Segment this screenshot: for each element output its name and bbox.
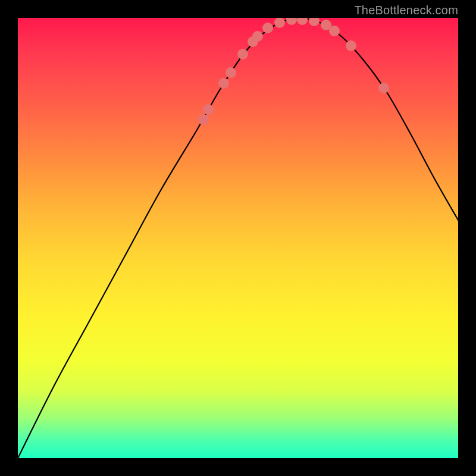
data-dot bbox=[346, 40, 356, 51]
data-dot bbox=[274, 18, 285, 28]
chart-frame: TheBottleneck.com bbox=[0, 0, 476, 476]
data-dots bbox=[198, 18, 389, 125]
data-dot bbox=[252, 31, 263, 42]
bottleneck-curve-svg bbox=[18, 18, 458, 458]
data-dot bbox=[218, 78, 229, 89]
data-dot bbox=[262, 23, 273, 33]
curve-group bbox=[18, 18, 458, 458]
data-dot bbox=[226, 67, 236, 78]
data-dot bbox=[286, 18, 297, 25]
bottleneck-curve bbox=[18, 18, 458, 458]
data-dot bbox=[309, 18, 320, 26]
data-dot bbox=[237, 49, 248, 60]
data-dot bbox=[378, 83, 389, 93]
watermark-text: TheBottleneck.com bbox=[354, 4, 458, 17]
data-dot bbox=[329, 26, 340, 36]
data-dot bbox=[203, 104, 214, 115]
plot-area bbox=[18, 18, 458, 458]
data-dot bbox=[198, 114, 209, 125]
data-dot bbox=[297, 18, 308, 25]
